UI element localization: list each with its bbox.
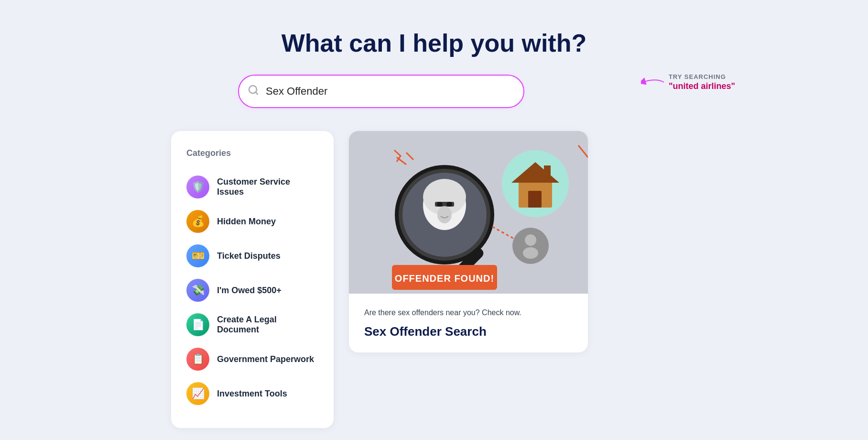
category-item-owed-money[interactable]: 💸 I'm Owed $500+ [186, 273, 318, 308]
svg-point-16 [437, 206, 452, 223]
result-illustration: OFFENDER FOUND! [349, 131, 588, 294]
arrow-icon [641, 77, 665, 88]
result-description: Are there sex offenders near you? Check … [364, 307, 573, 319]
svg-line-1 [256, 92, 258, 94]
category-label-owed-money: I'm Owed $500+ [217, 286, 282, 296]
categories-heading: Categories [186, 148, 318, 158]
svg-rect-7 [544, 165, 551, 179]
category-label-customer-service: Customer Service Issues [217, 177, 318, 197]
categories-panel: Categories 🛡️ Customer Service Issues 💰 … [171, 131, 334, 428]
category-icon-ticket-disputes: 🎫 [186, 244, 209, 267]
svg-point-19 [523, 247, 538, 259]
category-item-hidden-money[interactable]: 💰 Hidden Money [186, 204, 318, 239]
try-searching: TRY SEARCHING "united airlines" [641, 73, 735, 91]
result-body: Are there sex offenders near you? Check … [349, 294, 588, 352]
try-searching-value: "united airlines" [669, 81, 735, 91]
result-title: Sex Offender Search [364, 324, 573, 339]
category-icon-government: 📋 [186, 348, 209, 371]
svg-point-15 [446, 202, 452, 207]
categories-list: 🛡️ Customer Service Issues 💰 Hidden Mone… [186, 170, 318, 411]
category-label-investment: Investment Tools [217, 389, 287, 399]
result-image: OFFENDER FOUND! [349, 131, 588, 294]
search-input[interactable] [238, 75, 524, 108]
category-label-ticket-disputes: Ticket Disputes [217, 251, 281, 261]
svg-rect-6 [528, 191, 542, 208]
category-item-government[interactable]: 📋 Government Paperwork [186, 342, 318, 376]
result-card[interactable]: OFFENDER FOUND! Are there sex offenders … [349, 131, 588, 352]
category-item-ticket-disputes[interactable]: 🎫 Ticket Disputes [186, 239, 318, 273]
category-icon-legal-document: 📄 [186, 313, 209, 336]
category-item-investment[interactable]: 📈 Investment Tools [186, 376, 318, 411]
category-item-legal-document[interactable]: 📄 Create A Legal Document [186, 308, 318, 342]
category-label-hidden-money: Hidden Money [217, 217, 276, 227]
main-content: Categories 🛡️ Customer Service Issues 💰 … [171, 131, 697, 428]
category-label-legal-document: Create A Legal Document [217, 315, 318, 335]
category-icon-hidden-money: 💰 [186, 210, 209, 233]
svg-text:OFFENDER FOUND!: OFFENDER FOUND! [395, 273, 494, 284]
svg-point-14 [437, 202, 443, 207]
search-wrapper [238, 75, 524, 108]
category-icon-investment: 📈 [186, 382, 209, 405]
page-title: What can I help you with? [282, 29, 586, 57]
search-row: TRY SEARCHING "united airlines" [238, 75, 630, 108]
category-icon-owed-money: 💸 [186, 279, 209, 302]
search-icon [248, 84, 259, 99]
svg-point-18 [525, 234, 536, 246]
category-label-government: Government Paperwork [217, 354, 314, 364]
category-icon-customer-service: 🛡️ [186, 176, 209, 198]
try-searching-label: TRY SEARCHING [669, 73, 735, 80]
category-item-customer-service[interactable]: 🛡️ Customer Service Issues [186, 170, 318, 204]
